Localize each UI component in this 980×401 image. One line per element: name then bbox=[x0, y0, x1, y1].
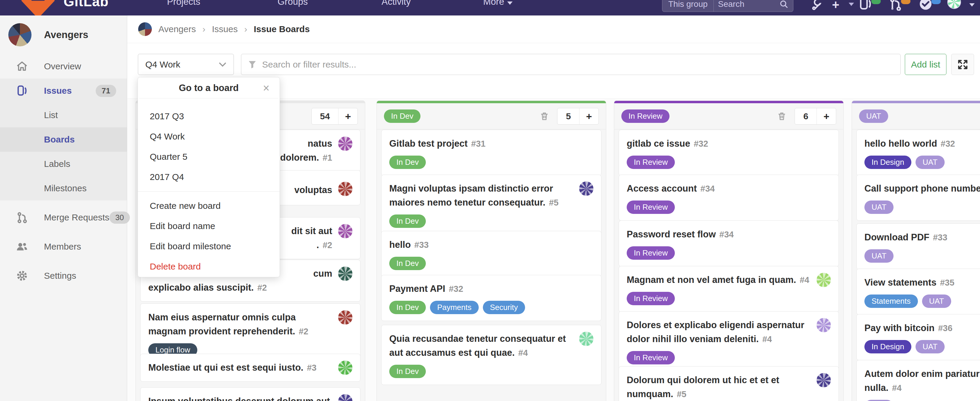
label-pill[interactable]: UAT bbox=[864, 400, 894, 401]
issue-card[interactable]: Payment API#32 In Dev Payments Security bbox=[381, 275, 601, 321]
create-new-board-item[interactable]: Create new board bbox=[138, 196, 280, 216]
label-pill[interactable]: Payments bbox=[430, 301, 479, 314]
issue-card[interactable]: Autem dolor enim pariatur qui nulla.#4 U… bbox=[856, 360, 980, 401]
label-pill[interactable]: In Review bbox=[627, 351, 675, 364]
breadcrumb-issues[interactable]: Issues bbox=[212, 24, 238, 34]
sidebar-item-overview[interactable]: Overview bbox=[0, 54, 127, 78]
todos-icon[interactable] bbox=[919, 0, 932, 11]
sidebar-item-list[interactable]: List bbox=[0, 103, 127, 127]
assignee-avatar[interactable] bbox=[338, 182, 352, 196]
issue-card[interactable]: Molestiae ut qui est est sequi iusto.#3 bbox=[140, 354, 360, 382]
issue-card[interactable]: Quia recusandae tenetur consequatur et a… bbox=[381, 325, 601, 385]
issue-card[interactable]: Ipsum voluptatibus deserunt dolorum aut … bbox=[140, 387, 360, 401]
assignee-avatar[interactable] bbox=[338, 394, 352, 401]
delete-board-item[interactable]: Delete board bbox=[138, 256, 280, 276]
issue-card[interactable]: Password reset flow#34 In Review bbox=[619, 220, 839, 267]
issue-card[interactable]: Pay with bitcoin#36 In Design UAT bbox=[856, 314, 980, 360]
issue-card[interactable]: hello#33 In Dev bbox=[381, 231, 601, 277]
sidebar-item-settings[interactable]: Settings bbox=[0, 264, 127, 288]
chevron-down-icon[interactable] bbox=[966, 2, 975, 8]
column-label[interactable]: In Review bbox=[621, 109, 670, 123]
sidebar-item-milestones[interactable]: Milestones bbox=[0, 176, 127, 200]
label-pill[interactable]: In Review bbox=[627, 246, 675, 260]
nav-link-projects[interactable]: Projects bbox=[167, 0, 200, 8]
label-pill[interactable]: UAT bbox=[864, 249, 894, 263]
board-option-q4-work[interactable]: Q4 Work bbox=[138, 126, 280, 147]
label-pill[interactable]: Security bbox=[483, 301, 525, 314]
filter-bar[interactable] bbox=[241, 54, 900, 75]
assignee-avatar[interactable] bbox=[816, 318, 831, 332]
global-search-input[interactable] bbox=[714, 0, 780, 9]
delete-list-trash-icon[interactable] bbox=[539, 111, 549, 121]
issue-card[interactable]: Download PDF#33 UAT bbox=[856, 224, 980, 270]
close-icon[interactable]: × bbox=[256, 84, 269, 93]
add-issue-button[interactable]: + bbox=[816, 108, 836, 125]
assignee-avatar[interactable] bbox=[816, 273, 831, 287]
nav-link-groups[interactable]: Groups bbox=[278, 0, 308, 8]
nav-link-activity[interactable]: Activity bbox=[382, 0, 410, 8]
add-issue-button[interactable]: + bbox=[579, 108, 598, 125]
label-pill[interactable]: In Dev bbox=[389, 214, 426, 228]
issue-card[interactable]: Dolores et explicabo eligendi aspernatur… bbox=[619, 311, 839, 371]
add-list-button[interactable]: Add list bbox=[905, 54, 947, 75]
edit-board-milestone-item[interactable]: Edit board milestone bbox=[138, 236, 280, 256]
label-pill[interactable]: In Review bbox=[627, 156, 675, 169]
assignee-avatar[interactable] bbox=[338, 310, 352, 324]
label-pill[interactable]: In Design bbox=[864, 156, 912, 169]
new-plus-icon[interactable]: + bbox=[832, 0, 840, 12]
brand-title[interactable]: GitLab bbox=[64, 0, 109, 10]
board-option-quarter-5[interactable]: Quarter 5 bbox=[138, 147, 280, 167]
filter-input[interactable] bbox=[262, 59, 894, 70]
nav-link-more[interactable]: More bbox=[483, 0, 512, 8]
label-pill[interactable]: Statements bbox=[864, 294, 918, 308]
assignee-avatar[interactable] bbox=[579, 332, 593, 346]
board-selector-dropdown[interactable]: Q4 Work bbox=[138, 54, 234, 75]
assignee-avatar[interactable] bbox=[338, 224, 352, 238]
issue-card[interactable]: hello hello world#32 In Design UAT bbox=[856, 130, 980, 176]
label-pill[interactable]: In Design bbox=[864, 340, 912, 353]
sidebar-item-merge-requests[interactable]: Merge Requests 30 bbox=[0, 205, 127, 230]
group-header[interactable]: Avengers bbox=[0, 16, 127, 54]
column-label[interactable]: UAT bbox=[859, 109, 888, 123]
breadcrumb-group[interactable]: Avengers bbox=[158, 24, 196, 34]
gitlab-logo-icon[interactable] bbox=[21, 0, 55, 16]
add-issue-button[interactable]: + bbox=[338, 108, 358, 125]
sidebar-item-members[interactable]: Members bbox=[0, 235, 127, 259]
assignee-avatar[interactable] bbox=[816, 373, 831, 387]
issue-card[interactable]: Gitlab test project#31 In Dev bbox=[381, 130, 601, 176]
label-pill[interactable]: In Dev bbox=[389, 365, 426, 378]
edit-board-name-item[interactable]: Edit board name bbox=[138, 216, 280, 236]
navbar-merge-requests-icon[interactable] bbox=[888, 0, 902, 11]
label-pill[interactable]: UAT bbox=[864, 200, 894, 214]
label-pill[interactable]: In Dev bbox=[389, 156, 426, 169]
assignee-avatar[interactable] bbox=[338, 361, 352, 375]
sidebar-item-issues[interactable]: Issues 71 bbox=[0, 78, 127, 103]
issue-card[interactable]: Call support phone number#4 UAT bbox=[856, 175, 980, 221]
board-option-2017-q4[interactable]: 2017 Q4 bbox=[138, 167, 280, 187]
assignee-avatar[interactable] bbox=[338, 137, 352, 151]
delete-list-trash-icon[interactable] bbox=[777, 111, 787, 121]
label-pill[interactable]: UAT bbox=[922, 294, 951, 308]
navbar-issues-icon[interactable] bbox=[859, 0, 872, 11]
board-option-2017-q3[interactable]: 2017 Q3 bbox=[138, 106, 280, 126]
label-pill[interactable]: In Dev bbox=[389, 301, 426, 314]
label-pill[interactable]: In Review bbox=[627, 292, 675, 305]
assignee-avatar[interactable] bbox=[579, 182, 593, 196]
fullscreen-toggle-button[interactable] bbox=[951, 54, 974, 75]
admin-wrench-icon[interactable] bbox=[809, 0, 822, 10]
label-pill[interactable]: In Review bbox=[627, 200, 675, 214]
label-pill[interactable]: In Dev bbox=[389, 257, 426, 270]
issue-card[interactable]: Magni voluptas ipsam distinctio error ma… bbox=[381, 175, 601, 235]
issue-card[interactable]: Magnam et non vel amet fuga in quam.#4 I… bbox=[619, 266, 839, 312]
search-scope-label[interactable]: This group bbox=[662, 0, 714, 11]
sidebar-item-boards[interactable]: Boards bbox=[0, 127, 127, 152]
issue-card[interactable]: gitlab ce issue#32 In Review bbox=[619, 130, 839, 176]
issue-card[interactable]: Access account#34 In Review bbox=[619, 175, 839, 221]
label-pill[interactable]: UAT bbox=[916, 156, 945, 169]
assignee-avatar[interactable] bbox=[338, 267, 352, 281]
column-label[interactable]: In Dev bbox=[384, 109, 420, 123]
sidebar-item-labels[interactable]: Labels bbox=[0, 152, 127, 176]
issue-card[interactable]: View statements#35 Statements UAT bbox=[856, 268, 980, 315]
issue-card[interactable]: Dolorum qui dolorem ut hic et et et numq… bbox=[619, 366, 839, 401]
label-pill[interactable]: UAT bbox=[916, 340, 945, 353]
